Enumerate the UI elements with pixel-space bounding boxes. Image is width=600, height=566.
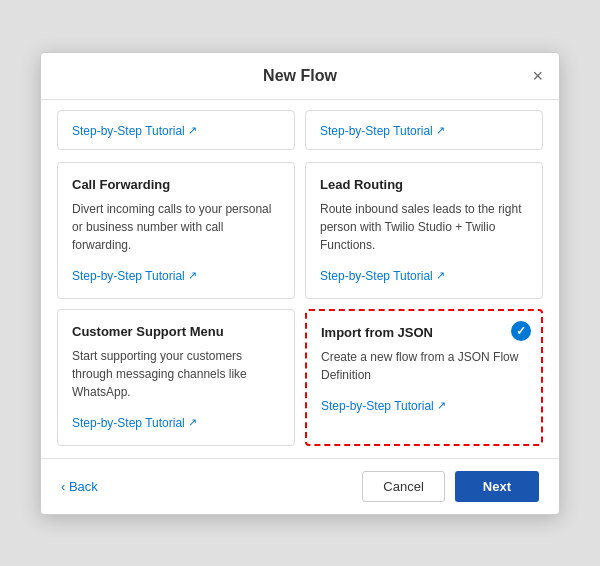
partial-card-left: Step-by-Step Tutorial ↗ [57,110,295,150]
external-link-icon: ↗ [437,399,446,412]
cards-grid: Call Forwarding Divert incoming calls to… [41,150,559,458]
partial-card-right: Step-by-Step Tutorial ↗ [305,110,543,150]
partial-tutorial-link-right[interactable]: Step-by-Step Tutorial ↗ [320,124,445,138]
cancel-button[interactable]: Cancel [362,471,444,502]
modal-title: New Flow [263,67,337,85]
footer-right-buttons: Cancel Next [362,471,539,502]
card-import-json-link[interactable]: Step-by-Step Tutorial ↗ [321,399,446,413]
card-import-json-title: Import from JSON [321,325,527,340]
card-call-forwarding-desc: Divert incoming calls to your personal o… [72,200,280,254]
card-lead-routing-desc: Route inbound sales leads to the right p… [320,200,528,254]
partial-cards-row: Step-by-Step Tutorial ↗ Step-by-Step Tut… [41,110,559,150]
selected-check-badge [511,321,531,341]
card-lead-routing-link[interactable]: Step-by-Step Tutorial ↗ [320,269,445,283]
external-link-icon: ↗ [436,269,445,282]
card-customer-support-title: Customer Support Menu [72,324,280,339]
external-link-icon: ↗ [188,416,197,429]
partial-tutorial-link-left[interactable]: Step-by-Step Tutorial ↗ [72,124,197,138]
back-button[interactable]: ‹ Back [61,479,98,494]
card-call-forwarding[interactable]: Call Forwarding Divert incoming calls to… [57,162,295,299]
card-call-forwarding-link[interactable]: Step-by-Step Tutorial ↗ [72,269,197,283]
card-customer-support-link[interactable]: Step-by-Step Tutorial ↗ [72,416,197,430]
new-flow-modal: New Flow × Step-by-Step Tutorial ↗ Step-… [40,52,560,515]
modal-header: New Flow × [41,53,559,100]
card-call-forwarding-title: Call Forwarding [72,177,280,192]
card-customer-support-desc: Start supporting your customers through … [72,347,280,401]
card-import-json-desc: Create a new flow from a JSON Flow Defin… [321,348,527,384]
external-link-icon-right: ↗ [436,124,445,137]
close-button[interactable]: × [532,67,543,85]
modal-footer: ‹ Back Cancel Next [41,458,559,514]
next-button[interactable]: Next [455,471,539,502]
card-lead-routing[interactable]: Lead Routing Route inbound sales leads t… [305,162,543,299]
card-lead-routing-title: Lead Routing [320,177,528,192]
card-customer-support-menu[interactable]: Customer Support Menu Start supporting y… [57,309,295,446]
external-link-icon-left: ↗ [188,124,197,137]
card-import-from-json[interactable]: Import from JSON Create a new flow from … [305,309,543,446]
external-link-icon: ↗ [188,269,197,282]
